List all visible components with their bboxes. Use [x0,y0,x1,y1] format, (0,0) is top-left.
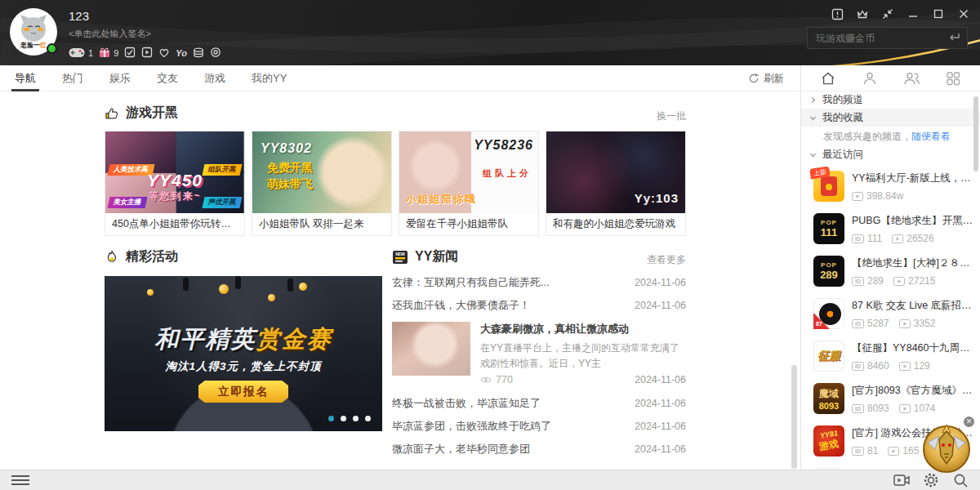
game-card[interactable]: YY8302 免费开黑 萌妹带飞 小姐姐带队 双排一起来 [252,131,392,236]
feedback-icon[interactable] [831,7,844,20]
section-recent-visits[interactable]: 最近访问 [801,146,980,163]
refresh-icon [748,73,760,84]
channel-icon: 87 [813,298,844,329]
video-badge-icon[interactable] [141,47,153,60]
news-more-link[interactable]: 查看更多 [647,253,686,267]
minimize-icon[interactable] [906,7,920,20]
section-my-favorites[interactable]: 我的收藏 [801,109,980,127]
contacts-icon[interactable] [861,69,879,87]
search-enter-icon[interactable] [947,31,960,46]
banner-figure [287,278,293,292]
screen-record-icon[interactable] [893,472,910,488]
channel-item[interactable]: 魔域 8093 [官方]8093《官方魔域》-热血还在，我 ID 8093 [801,377,980,420]
search-input[interactable] [814,32,947,45]
channel-item[interactable]: 87 87 K歌 交友 Live 底薪招歌手 首页排行 ID 5287 3352 [801,292,980,335]
carousel-dot-active[interactable] [328,416,334,421]
game-card-image: Yy:103 [546,131,685,213]
channel-item[interactable]: 征服 【征服】YY8460十九周年庆一起闯荡19 ID 8460 129 [801,335,980,377]
game-card-image: 人美技术高 组队开黑 YY450 等您到来~ 美女主播 声优开黑 [105,131,244,213]
signature-input[interactable]: <单击此处输入签名> [69,28,221,40]
featured-news-thumbnail [392,322,470,376]
tab-hot[interactable]: 热门 [62,65,83,91]
collapse-window-icon[interactable] [881,7,894,20]
sidebar-scroll-area: 我的频道 我的收藏 发现感兴趣的频道， 随便看看 最近访问 上新 [801,91,980,469]
window-controls [831,7,970,21]
banner-figure [235,276,241,289]
maximize-icon[interactable] [932,7,945,20]
news-item[interactable]: 微凉面子大，老毕秒同意参团 2024-11-06 [392,438,686,461]
close-icon[interactable]: ✕ [964,416,974,427]
tab-games[interactable]: 游戏 [204,65,225,91]
banner-title: 和平精英赏金赛 [105,323,382,356]
gift-badge-icon[interactable] [99,47,110,60]
game-card[interactable]: 人美技术高 组队开黑 YY450 等您到来~ 美女主播 声优开黑 450点单小姐… [105,131,245,236]
section-my-channels[interactable]: 我的频道 [801,91,980,109]
card-overlay-line: 免费开黑 [267,161,313,176]
game-more-link[interactable]: 换一批 [657,109,686,123]
sidebar-scrollbar-thumb[interactable] [973,96,978,172]
groups-icon[interactable] [902,69,920,87]
viewer-count: 398.84w [852,190,903,202]
game-card-image: YY58236 组队上分 小姐姐陪你哦 [399,131,538,213]
tab-entertainment[interactable]: 娱乐 [109,65,131,91]
svg-text:ID: ID [855,406,861,412]
card-caption: 小姐姐带队 双排一起来 [252,213,391,235]
signup-button[interactable]: 立即报名 [198,381,288,403]
banner-figure [183,278,189,291]
viewer-count: 129 [899,360,930,372]
channel-item[interactable]: POP 289 【绝地求生】[大神]２８９三角洲/联盟/ ID 289 [801,250,980,292]
main-scrollbar-thumb[interactable] [791,365,797,469]
news-item[interactable]: 还我血汗钱，大佛要债磊子！ 2024-11-06 [392,294,686,317]
news-item[interactable]: 终极一战被击败，毕凉蓝知足了 2024-11-06 [392,392,686,415]
chevron-down-icon [809,151,817,158]
heart-badge-icon[interactable] [158,47,170,60]
home-icon[interactable] [819,69,837,87]
activity-banner[interactable]: 和平精英赏金赛 淘汰1人得3元，赏金上不封顶 立即报名 [105,276,382,431]
main-menu-icon[interactable] [11,475,29,488]
username: 123 [69,9,221,23]
online-status-dot [47,43,57,54]
card-caption: 爱留在千寻小姐姐带队 [399,213,538,235]
yo-badge-icon[interactable]: Yo [176,48,187,58]
tab-navigation[interactable]: 导航 [15,65,36,91]
card-tag: 美女主播 [108,197,148,208]
chevron-right-icon [809,96,817,104]
game-card[interactable]: Yy:103 和有趣的小姐姐恋爱玩游戏 [546,131,686,236]
refresh-button[interactable]: 刷新 [748,65,784,91]
channel-sidebar: 我的频道 我的收藏 发现感兴趣的频道， 随便看看 最近访问 上新 [800,65,980,470]
apps-grid-icon[interactable] [944,69,962,87]
news-item[interactable]: 毕凉蓝参团，击败强敌终于吃鸡了 2024-11-06 [392,415,686,438]
game-badge-icon[interactable] [69,47,85,60]
gift-badge-count: 9 [114,48,118,58]
carousel-dot[interactable] [341,416,346,421]
sidebar-icon-row [801,65,980,91]
tab-friends[interactable]: 交友 [157,65,178,91]
news-icon: NEW [392,250,408,265]
user-avatar[interactable]: 老脸一红 [10,8,57,56]
discover-link[interactable]: 随便看看 [911,130,951,144]
id-badge-icon: ID [852,234,864,243]
carousel-dot[interactable] [365,416,371,421]
card-caption: 和有趣的小姐姐恋爱玩游戏 [546,213,685,235]
svg-text:ID: ID [855,278,861,284]
news-item[interactable]: 玄律：互联网只有我自己能弄死... 2024-11-06 [392,271,686,294]
featured-news-item[interactable]: 大森豪刷微凉，真相让微凉感动 在YY直播平台上，主播之间的互动常常充满了戏剧性和… [392,317,686,392]
channel-item[interactable]: 上新 YY福利大厅-新版上线，Q币皮肤免费领 398.84w [801,165,980,207]
carousel-dot[interactable] [353,416,359,421]
yy-client-window: 老脸一红 123 <单击此处输入签名> 1 9 [0,0,980,490]
close-icon[interactable] [957,7,970,20]
target-badge-icon[interactable] [210,47,221,60]
id-badge-icon: ID [852,404,864,413]
tab-my-yy[interactable]: 我的YY [252,65,287,91]
channel-item[interactable]: POP 111 PUBG【绝地求生】开黑[大神]全网第一 ID 111 [801,207,980,250]
board-badge-icon[interactable] [124,47,136,60]
red-envelope-icon [821,176,837,196]
game-card[interactable]: YY58236 组队上分 小姐姐陪你哦 爱留在千寻小姐姐带队 [399,131,539,236]
rewards-crown-icon[interactable] [856,7,869,20]
svg-text:NEW: NEW [395,252,405,256]
medal-badge-popup[interactable]: ✕ [921,418,972,477]
coins-badge-icon[interactable] [193,47,204,60]
id-badge-icon: ID [852,447,864,456]
card-overlay-line: 小姐姐陪你哦 [406,193,477,207]
viewer-count: 26526 [892,233,933,244]
